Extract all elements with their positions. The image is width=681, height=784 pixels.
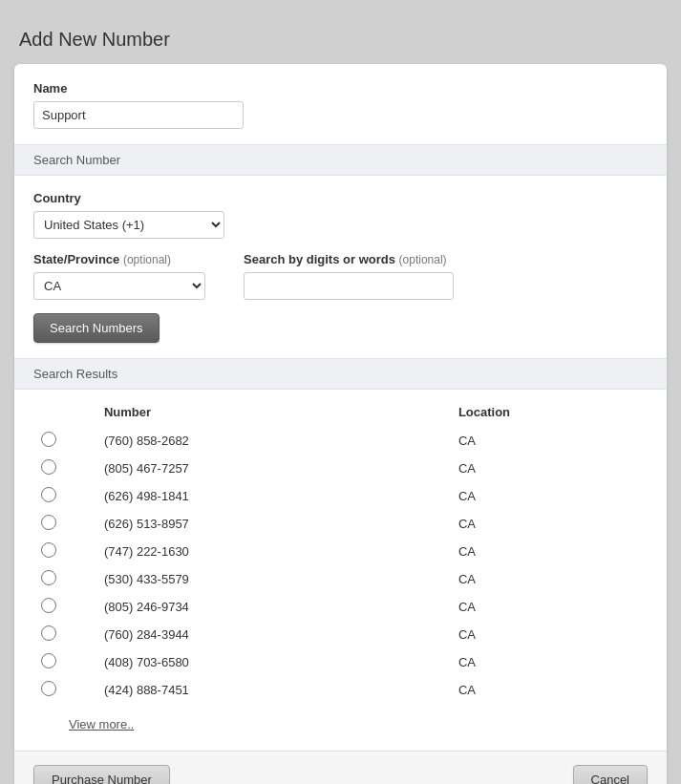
footer-bar: Purchase Number Cancel	[14, 751, 667, 784]
number-radio[interactable]	[41, 515, 56, 530]
results-tbody: (760) 858-2682CA(805) 467-7257CA(626) 49…	[33, 427, 648, 704]
radio-cell	[33, 538, 96, 565]
table-row: (747) 222-1630CA	[33, 538, 648, 565]
digits-label: Search by digits or words (optional)	[244, 252, 454, 266]
radio-cell	[33, 510, 96, 538]
location-cell: CA	[451, 510, 648, 538]
state-field-group: State/Province (optional) CA NY TX FL WA	[33, 252, 205, 300]
page-wrapper: Add New Number Name Search Number Countr…	[0, 19, 681, 784]
location-cell: CA	[451, 427, 648, 455]
results-table-wrapper: Number Location (760) 858-2682CA(805) 46…	[14, 390, 667, 713]
number-cell: (408) 703-6580	[96, 648, 451, 676]
table-row: (805) 467-7257CA	[33, 455, 648, 482]
radio-col-header	[33, 399, 96, 427]
table-row: (760) 284-3944CA	[33, 621, 648, 648]
country-field-group: Country United States (+1) Canada (+1) U…	[33, 191, 648, 239]
number-cell: (760) 858-2682	[96, 427, 451, 455]
location-cell: CA	[451, 648, 648, 676]
search-numbers-button[interactable]: Search Numbers	[33, 313, 160, 343]
location-cell: CA	[451, 538, 648, 565]
number-cell: (805) 467-7257	[96, 455, 451, 482]
radio-cell	[33, 482, 96, 510]
purchase-number-button[interactable]: Purchase Number	[33, 765, 170, 784]
number-cell: (424) 888-7451	[96, 676, 451, 704]
digits-optional-label: (optional)	[399, 253, 447, 266]
table-row: (626) 498-1841CA	[33, 482, 648, 510]
digits-field-group: Search by digits or words (optional)	[244, 252, 454, 300]
name-label: Name	[33, 81, 648, 95]
radio-cell	[33, 593, 96, 621]
table-row: (408) 703-6580CA	[33, 648, 648, 676]
table-row: (424) 888-7451CA	[33, 676, 648, 704]
search-number-heading: Search Number	[14, 144, 667, 176]
state-optional-label: (optional)	[123, 253, 171, 266]
number-radio[interactable]	[41, 459, 56, 475]
location-cell: CA	[451, 676, 648, 704]
radio-cell	[33, 455, 96, 482]
state-digits-row: State/Province (optional) CA NY TX FL WA…	[33, 252, 648, 300]
radio-cell	[33, 565, 96, 593]
number-col-header: Number	[96, 399, 451, 427]
table-header-row: Number Location	[33, 399, 648, 427]
country-label: Country	[33, 191, 648, 205]
number-cell: (805) 246-9734	[96, 593, 451, 621]
table-row: (626) 513-8957CA	[33, 510, 648, 538]
number-radio[interactable]	[41, 432, 56, 447]
table-row: (760) 858-2682CA	[33, 427, 648, 455]
radio-cell	[33, 427, 96, 455]
table-row: (805) 246-9734CA	[33, 593, 648, 621]
radio-cell	[33, 648, 96, 676]
number-radio[interactable]	[41, 487, 56, 502]
location-col-header: Location	[451, 399, 648, 427]
number-radio[interactable]	[41, 598, 56, 613]
cancel-button[interactable]: Cancel	[573, 765, 648, 784]
location-cell: CA	[451, 565, 648, 593]
number-radio[interactable]	[41, 625, 56, 641]
results-table: Number Location (760) 858-2682CA(805) 46…	[33, 399, 648, 704]
number-cell: (626) 498-1841	[96, 482, 451, 510]
number-cell: (530) 433-5579	[96, 565, 451, 593]
search-results-heading: Search Results	[14, 358, 667, 390]
view-more-link[interactable]: View more..	[69, 717, 134, 731]
radio-cell	[33, 621, 96, 648]
country-select[interactable]: United States (+1) Canada (+1) United Ki…	[33, 211, 224, 239]
digits-input[interactable]	[244, 272, 454, 300]
location-cell: CA	[451, 482, 648, 510]
number-radio[interactable]	[41, 542, 56, 558]
number-cell: (760) 284-3944	[96, 621, 451, 648]
number-radio[interactable]	[41, 681, 56, 696]
table-row: (530) 433-5579CA	[33, 565, 648, 593]
search-section: Country United States (+1) Canada (+1) U…	[14, 176, 667, 358]
main-card: Name Search Number Country United States…	[14, 64, 667, 784]
number-cell: (626) 513-8957	[96, 510, 451, 538]
state-label: State/Province (optional)	[33, 252, 205, 266]
location-cell: CA	[451, 593, 648, 621]
state-select[interactable]: CA NY TX FL WA	[33, 272, 205, 300]
name-input[interactable]	[33, 101, 244, 129]
number-radio[interactable]	[41, 653, 56, 668]
location-cell: CA	[451, 621, 648, 648]
location-cell: CA	[451, 455, 648, 482]
page-title: Add New Number	[14, 29, 667, 51]
number-radio[interactable]	[41, 570, 56, 585]
radio-cell	[33, 676, 96, 704]
name-section: Name	[14, 64, 667, 144]
number-cell: (747) 222-1630	[96, 538, 451, 565]
